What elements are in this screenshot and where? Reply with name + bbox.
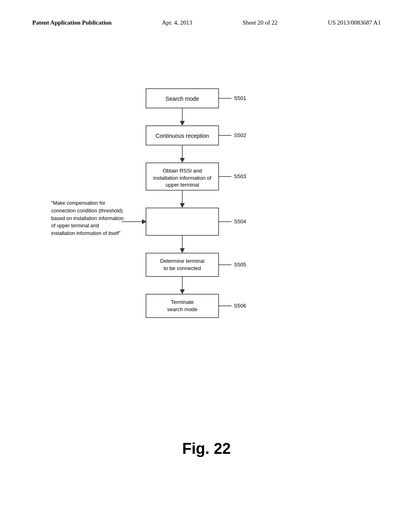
s505-step-code: S505: [234, 262, 246, 268]
s502-label: Continuous reception: [156, 133, 209, 139]
s503-step-code: S503: [234, 173, 246, 179]
page-header: Patent Application Publication Apr. 4, 2…: [0, 19, 413, 26]
sheet-label: Sheet 20 of 22: [242, 19, 277, 26]
s506-box: [146, 294, 219, 318]
arrow-2-head: [180, 158, 185, 163]
arrow-3-head: [180, 203, 185, 208]
s503-label-1: Obtain RSSI and: [163, 168, 202, 174]
side-note: “Make compensation forconnection conditi…: [51, 200, 130, 237]
s504-box: [146, 208, 219, 235]
patent-number-label: US 2013/0083687 A1: [328, 19, 381, 26]
flowchart-svg: Search mode S501 Continuous reception S5…: [122, 81, 332, 363]
arrow-5-head: [180, 289, 185, 294]
s503-label-3: upper terminal: [165, 182, 199, 188]
side-note-text: “Make compensation forconnection conditi…: [51, 200, 123, 236]
date-label: Apr. 4, 2013: [162, 19, 192, 26]
s505-label-2: to be connected: [164, 265, 201, 271]
arrow-1-head: [180, 121, 185, 126]
s505-box: [146, 253, 219, 276]
s506-step-code: S506: [234, 303, 246, 309]
s506-label-1: Terminate: [171, 299, 194, 305]
s501-step-code: S501: [234, 95, 246, 101]
figure-label: Fig. 22: [182, 440, 231, 457]
s502-step-code: S502: [234, 132, 246, 138]
s501-label: Search mode: [165, 96, 199, 102]
s504-step-code: S504: [234, 218, 246, 224]
arrow-4-head: [180, 248, 185, 253]
s505-label-1: Determine terminal: [160, 258, 204, 264]
s506-label-2: search mode: [167, 306, 197, 312]
publication-label: Patent Application Publication: [32, 19, 112, 26]
figure-caption: Fig. 22: [0, 440, 413, 457]
s503-label-2: installation information of: [153, 175, 211, 181]
